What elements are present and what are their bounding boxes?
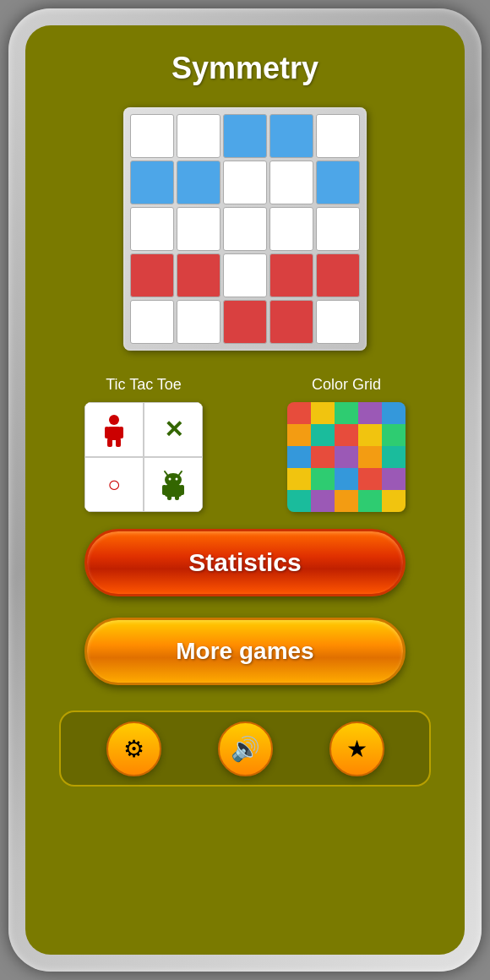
more-games-button[interactable]: More games bbox=[84, 618, 406, 685]
colorgrid-cell bbox=[335, 490, 358, 512]
grid-cell bbox=[223, 207, 267, 251]
colorgrid-cell bbox=[311, 468, 335, 490]
svg-rect-12 bbox=[162, 485, 166, 495]
grid-cell bbox=[177, 207, 220, 251]
ttt-cell-1: ✕ bbox=[144, 402, 203, 457]
svg-point-0 bbox=[109, 415, 119, 425]
colorgrid-cell bbox=[335, 424, 358, 446]
bottom-toolbar: ⚙ 🔊 ★ bbox=[59, 710, 431, 787]
grid-cell bbox=[177, 300, 220, 344]
svg-rect-3 bbox=[119, 427, 123, 438]
colorgrid-cell bbox=[287, 446, 311, 468]
phone-shell: Symmetry Tic Tac Toe Color Grid bbox=[8, 8, 482, 972]
statistics-button[interactable]: Statistics bbox=[84, 529, 406, 596]
colorgrid-cell bbox=[287, 468, 311, 490]
screen: Symmetry Tic Tac Toe Color Grid bbox=[25, 25, 465, 955]
game-labels-row: Tic Tac Toe Color Grid bbox=[42, 376, 448, 394]
grid-cell bbox=[130, 300, 174, 344]
svg-point-7 bbox=[169, 477, 172, 480]
colorgrid-cell bbox=[358, 490, 382, 512]
grid-cell bbox=[270, 300, 313, 344]
symmetry-grid bbox=[130, 114, 360, 344]
colorgrid-cell bbox=[382, 402, 406, 424]
colorgrid-cell bbox=[382, 424, 406, 446]
grid-cell bbox=[270, 207, 313, 251]
grid-cell bbox=[316, 253, 360, 297]
grid-cell bbox=[223, 161, 267, 204]
grid-cell bbox=[270, 114, 313, 158]
svg-rect-2 bbox=[105, 427, 109, 438]
colorgrid-cell bbox=[358, 468, 382, 490]
sound-icon: 🔊 bbox=[231, 735, 260, 763]
grid-cell bbox=[316, 114, 360, 158]
settings-button[interactable]: ⚙ bbox=[106, 721, 161, 776]
svg-rect-1 bbox=[107, 427, 121, 440]
svg-line-9 bbox=[165, 471, 167, 475]
ttt-cell-0 bbox=[84, 402, 144, 457]
colorgrid-cell bbox=[382, 490, 406, 512]
ttt-cell-2: ○ bbox=[84, 457, 144, 512]
svg-rect-15 bbox=[175, 495, 179, 500]
tictactoe-label: Tic Tac Toe bbox=[59, 376, 228, 394]
colorgrid-icon[interactable] bbox=[287, 402, 406, 512]
games-section: Tic Tac Toe Color Grid bbox=[42, 376, 448, 512]
star-icon: ★ bbox=[346, 735, 368, 763]
favorites-button[interactable]: ★ bbox=[329, 721, 384, 776]
grid-cell bbox=[130, 114, 174, 158]
ttt-grid: ✕ ○ bbox=[84, 402, 203, 512]
grid-cell bbox=[130, 161, 174, 204]
colorgrid-cell bbox=[287, 424, 311, 446]
colorgrid-cell bbox=[311, 490, 335, 512]
grid-cell bbox=[177, 114, 220, 158]
colorgrid-cell bbox=[335, 446, 358, 468]
colorgrid-label: Color Grid bbox=[262, 376, 431, 394]
grid-cell bbox=[130, 253, 174, 297]
svg-rect-13 bbox=[180, 485, 184, 495]
grid-cell bbox=[270, 161, 313, 204]
grid-cell bbox=[270, 253, 313, 297]
colorgrid-cell bbox=[358, 424, 382, 446]
svg-point-8 bbox=[176, 477, 178, 480]
grid-cell bbox=[177, 161, 220, 204]
grid-cell bbox=[130, 207, 174, 251]
colorgrid-cell bbox=[335, 468, 358, 490]
app-title: Symmetry bbox=[172, 51, 318, 86]
colorgrid-cell bbox=[287, 490, 311, 512]
grid-cell bbox=[316, 161, 360, 204]
svg-rect-4 bbox=[107, 438, 112, 447]
grid-cell bbox=[223, 300, 267, 344]
colorgrid-cell bbox=[358, 402, 382, 424]
colorgrid-cell bbox=[311, 424, 335, 446]
colorgrid-cell bbox=[382, 446, 406, 468]
colorgrid-cell bbox=[358, 446, 382, 468]
svg-rect-5 bbox=[116, 438, 121, 447]
grid-cell bbox=[223, 114, 267, 158]
grid-cell bbox=[223, 253, 267, 297]
grid-cell bbox=[316, 300, 360, 344]
tictactoe-icon[interactable]: ✕ ○ bbox=[84, 402, 203, 512]
colorgrid-cell bbox=[311, 402, 335, 424]
gear-icon: ⚙ bbox=[123, 735, 144, 763]
colorgrid-cell bbox=[287, 402, 311, 424]
sound-button[interactable]: 🔊 bbox=[218, 721, 273, 776]
colorgrid-cell bbox=[311, 446, 335, 468]
colorgrid-cell bbox=[382, 468, 406, 490]
colorgrid-cell bbox=[335, 402, 358, 424]
svg-rect-14 bbox=[167, 495, 172, 500]
grid-cell bbox=[316, 207, 360, 251]
x-mark-top: ✕ bbox=[164, 416, 183, 444]
symmetry-grid-container bbox=[123, 107, 367, 351]
svg-line-10 bbox=[179, 471, 182, 475]
game-icons-row: ✕ ○ bbox=[42, 402, 448, 512]
svg-rect-11 bbox=[165, 485, 182, 497]
o-mark: ○ bbox=[107, 471, 121, 498]
grid-cell bbox=[177, 253, 220, 297]
ttt-cell-3 bbox=[144, 457, 203, 512]
